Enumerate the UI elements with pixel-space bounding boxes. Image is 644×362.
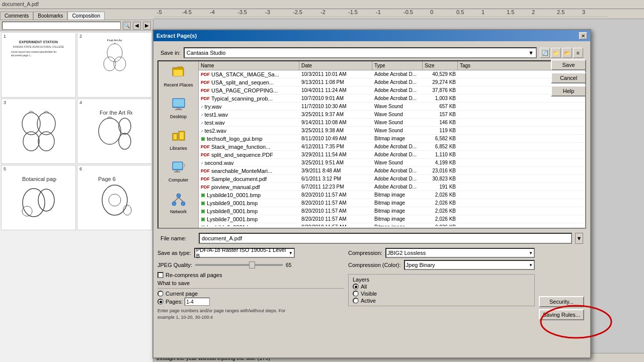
refresh-btn[interactable]: 🔄	[540, 48, 550, 58]
file-cell-type: Bitmap image	[372, 208, 423, 214]
nav-libraries[interactable]: Libraries	[161, 127, 196, 152]
file-row-4[interactable]: ♪ try.wav 11/7/2010 10:30 AM Wave Sound …	[199, 103, 585, 111]
create-folder-btn[interactable]: 📂	[562, 48, 572, 58]
file-row-5[interactable]: ♪ test1.wav 3/25/2011 9:37 AM Wave Sound…	[199, 111, 585, 119]
col-header-name[interactable]: Name	[199, 61, 299, 70]
jpeg-quality-slider[interactable]	[195, 264, 283, 266]
file-row-15[interactable]: ▣ Lysbilde10_0001.bmp 8/20/2010 11:57 AM…	[199, 191, 585, 199]
file-row-17[interactable]: ▣ Lysbilde8_0001.bmp 8/20/2010 11:57 AM …	[199, 207, 585, 215]
security-button[interactable]: Security...	[539, 296, 584, 307]
tab-bookmarks[interactable]: Bookmarks	[33, 12, 67, 20]
nav-recent-places[interactable]: Recent Places	[161, 63, 196, 89]
nav-next-btn[interactable]: ▶	[143, 22, 151, 30]
right-section: Security... Saving Rules...	[539, 248, 586, 320]
file-cell-date: 4/12/2011 7:35 PM	[299, 144, 372, 149]
extract-pages-dialog: Extract Page(s) ✕ Save in: Cantasia Stud…	[152, 29, 591, 358]
file-cell-size: 657 KB	[423, 104, 458, 109]
file-icon: ♪	[201, 112, 203, 117]
file-cell-date: 8/20/2010 11:57 AM	[299, 224, 372, 226]
file-row-12[interactable]: PDF searchable_MonteMari... 3/9/2011 8:4…	[199, 167, 585, 175]
file-row-11[interactable]: ♪ second.wav 3/25/2011 9:51 AM Wave Soun…	[199, 159, 585, 167]
file-row-0[interactable]: PDF USA_STACK_IMAGE_Sa... 10/3/2011 10:0…	[199, 70, 585, 78]
file-cell-size: 191 KB	[423, 184, 458, 190]
file-cell-type: Bitmap image	[372, 200, 423, 206]
nav-network[interactable]: Network	[161, 190, 196, 216]
save-as-type-select[interactable]: PDF/A-1b Raster ISO 19005-1 Level B ▼	[194, 248, 295, 258]
layers-active-radio[interactable]	[353, 298, 359, 304]
compression-select[interactable]: JBIG2 Lossless ▼	[385, 248, 535, 258]
file-cell-name: ▣ Lysbilde9_0001.bmp	[199, 200, 299, 206]
thumbnail-3[interactable]: 3	[1, 99, 76, 164]
save-in-dropdown[interactable]: Cantasia Studio ▼	[184, 47, 537, 58]
col-header-date[interactable]: Date	[299, 61, 372, 70]
col-header-size[interactable]: Size	[423, 61, 458, 70]
save-button[interactable]: Save	[551, 59, 586, 70]
dialog-title: Extract Page(s)	[156, 33, 197, 39]
view-btn[interactable]: ≡	[573, 48, 583, 58]
compression-value: JBIG2 Lossless	[387, 250, 426, 256]
pages-radio[interactable]	[157, 299, 164, 305]
help-button[interactable]: Help	[551, 85, 586, 97]
file-row-3[interactable]: PDF Typical_scanning_prob... 10/7/2010 9…	[199, 95, 585, 103]
file-cell-size: 6,852 KB	[423, 144, 458, 149]
file-row-6[interactable]: ♪ test.wav 9/14/2011 10:08 AM Wave Sound…	[199, 119, 585, 127]
thumbnail-1[interactable]: 1 EXPERIMENT STATION KANSAS STATE AGRICU…	[1, 32, 76, 98]
svg-rect-52	[174, 171, 180, 172]
compression-color-select[interactable]: Jpeg Binary ▼	[404, 260, 535, 270]
save-in-row: Save in: Cantasia Studio ▼ 🔄 📁 📂 ≡	[157, 45, 586, 60]
file-icon: ▣	[201, 201, 205, 206]
file-cell-name: PDF USA_split_and_sequen...	[199, 79, 299, 85]
dialog-close-button[interactable]: ✕	[579, 32, 587, 39]
nav-desktop[interactable]: Desktop	[161, 95, 196, 121]
file-row-9[interactable]: PDF Stack_image_function... 4/12/2011 7:…	[199, 143, 585, 151]
col-header-type[interactable]: Type	[372, 61, 423, 70]
file-row-8[interactable]: ▣ techsoft_logo_gui.bmp 8/11/2010 10:49 …	[199, 135, 585, 143]
thumbnail-4[interactable]: 4 For the Art Represent	[77, 99, 152, 164]
file-cell-name: PDF Sample_document.pdf	[199, 176, 299, 182]
tab-comments[interactable]: Comments	[0, 12, 33, 20]
svg-text:-1.5: -1.5	[348, 9, 358, 15]
file-row-2[interactable]: PDF USA_PAGE_CROPPING... 10/4/2011 11:24…	[199, 86, 585, 95]
svg-text:3: 3	[582, 9, 585, 15]
search-btn[interactable]: 🔍	[123, 22, 131, 30]
file-row-1[interactable]: PDF USA_split_and_sequen... 9/13/2011 1:…	[199, 78, 585, 86]
nav-prev-btn[interactable]: ◀	[133, 22, 141, 30]
save-in-label: Save in:	[160, 50, 181, 56]
layers-visible-radio[interactable]	[353, 291, 359, 297]
compression-arrow: ▼	[529, 251, 533, 255]
nav-computer[interactable]: Computer	[161, 158, 196, 184]
file-list[interactable]: PDF USA_STACK_IMAGE_Sa... 10/3/2011 10:0…	[199, 70, 585, 226]
jpeg-quality-row: JPEG Quality: 65	[157, 260, 344, 270]
save-as-type-label: Save as type:	[157, 250, 191, 256]
cancel-button[interactable]: Cancel	[551, 72, 586, 83]
layers-all-radio[interactable]	[353, 284, 359, 290]
filename-input[interactable]	[199, 233, 572, 244]
layers-label: Layers	[353, 277, 530, 283]
what-to-save-label: What to save	[157, 280, 344, 286]
thumbnail-6[interactable]: 6 Page 6	[77, 165, 152, 230]
file-cell-size: 37,876 KB	[423, 87, 458, 93]
svg-rect-40	[174, 70, 183, 76]
recompress-checkbox[interactable]	[157, 272, 164, 278]
pages-input[interactable]	[185, 298, 210, 306]
svg-text:2.5: 2.5	[557, 9, 565, 15]
sidebar: 🔍 ◀ ▶ 1 EXPERIMENT STATION KANSAS STATE …	[0, 20, 153, 362]
file-row-19[interactable]: ▣ Lysbilde6_0001.bmp 8/20/2010 11:57 AM …	[199, 223, 585, 226]
file-row-14[interactable]: PDF pixview_manual.pdf 6/7/2011 12:23 PM…	[199, 183, 585, 191]
current-page-radio[interactable]	[157, 291, 164, 297]
file-row-18[interactable]: ▣ Lysbilde7_0001.bmp 8/20/2010 11:57 AM …	[199, 215, 585, 223]
file-row-10[interactable]: PDF split_and_sequence.PDF 3/29/2011 11:…	[199, 151, 585, 159]
thumbnail-5[interactable]: 5 Botanical page 5	[1, 165, 76, 230]
file-row-7[interactable]: ♪ tes2.wav 3/25/2011 9:38 AM Wave Sound …	[199, 127, 585, 135]
file-icon: PDF	[201, 152, 210, 157]
file-row-16[interactable]: ▣ Lysbilde9_0001.bmp 8/20/2010 11:57 AM …	[199, 199, 585, 207]
thumbnail-2[interactable]: 2 Fruit Art As	[77, 32, 152, 98]
file-icon: ▣	[201, 136, 205, 141]
file-row-13[interactable]: PDF Sample_document.pdf 6/1/2011 3:12 PM…	[199, 175, 585, 183]
filename-dropdown-btn[interactable]: ▼	[575, 233, 583, 244]
up-folder-btn[interactable]: 📁	[551, 48, 561, 58]
file-name: Lysbilde7_0001.bmp	[207, 216, 258, 222]
action-buttons: Save Cancel Help	[551, 59, 586, 97]
tab-composition[interactable]: Composition	[67, 12, 105, 20]
saving-rules-button[interactable]: Saving Rules...	[539, 309, 584, 320]
